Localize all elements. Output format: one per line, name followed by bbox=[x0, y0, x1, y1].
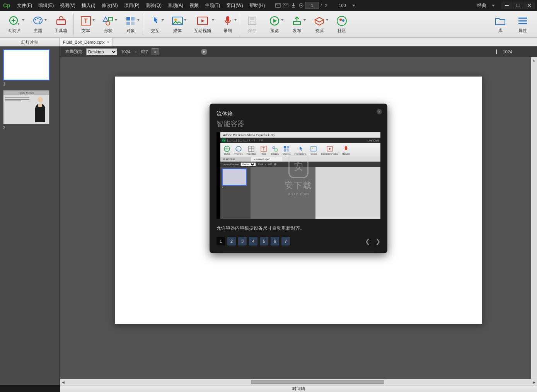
download-icon[interactable] bbox=[290, 2, 297, 9]
interaction-button[interactable]: 交互 bbox=[144, 12, 166, 37]
svg-point-13 bbox=[39, 19, 41, 20]
slide-thumb-1[interactable] bbox=[3, 49, 49, 80]
person-icon bbox=[34, 96, 47, 122]
svg-point-57 bbox=[273, 147, 275, 149]
menu-file[interactable]: 文件(F) bbox=[14, 0, 35, 11]
layout-height[interactable]: 627 bbox=[141, 49, 148, 54]
window-min-button[interactable] bbox=[501, 2, 512, 9]
close-tab-icon[interactable]: × bbox=[107, 40, 109, 44]
slide-thumb-2-header: FLUID BOXES bbox=[3, 90, 49, 95]
media-button[interactable]: 媒体 bbox=[166, 12, 189, 37]
zoom-dropdown-icon[interactable] bbox=[352, 5, 355, 7]
h-scrollbar[interactable]: ◀ ▶ bbox=[60, 379, 537, 385]
document-tab[interactable]: Fluid_Box_Demo.cptx × bbox=[60, 38, 113, 46]
record-button[interactable]: 录制 bbox=[217, 12, 239, 37]
v-scrollbar[interactable]: ▲ bbox=[531, 57, 537, 379]
preview-button[interactable]: 预览 bbox=[263, 12, 286, 37]
properties-button[interactable]: 属性 bbox=[511, 12, 534, 37]
assets-button[interactable]: 资源 bbox=[308, 12, 331, 37]
pager-6[interactable]: 6 bbox=[271, 237, 279, 245]
layout-preview-bar: 布局预览 Desktop 1024 × 627 + 1024 bbox=[60, 46, 537, 57]
svg-line-28 bbox=[155, 17, 156, 18]
svg-point-30 bbox=[174, 19, 177, 21]
tooltip-preview: Adobe Presenter Video Express Help Cp 1 … bbox=[217, 132, 380, 219]
pager-7[interactable]: 7 bbox=[281, 237, 290, 245]
device-select[interactable]: Desktop bbox=[86, 48, 117, 55]
menu-audio[interactable]: 音频(A) bbox=[165, 0, 186, 11]
watermark: 安 安下载 anxz.com bbox=[285, 155, 312, 196]
fluidbox-tooltip: ✕ 流体箱 智能容器 Adobe Presenter Video Express… bbox=[210, 104, 387, 253]
pv-app-title: Adobe Presenter Video Express bbox=[223, 133, 267, 137]
svg-rect-20 bbox=[109, 17, 113, 21]
ribbon-toolbar: 幻灯片 主题 工具箱 T文本 形状 对象 交互 媒体 互动视频 录制 保存 预览… bbox=[0, 11, 537, 38]
svg-point-5 bbox=[301, 5, 302, 6]
svg-rect-61 bbox=[284, 149, 286, 152]
slide-thumb-2-number: 2 bbox=[3, 126, 56, 130]
pager-1[interactable]: 1 bbox=[217, 237, 225, 245]
canvas-area: 布局预览 Desktop 1024 × 627 + 1024 ✕ 流体箱 智能容… bbox=[60, 46, 537, 385]
menu-project[interactable]: 项目(P) bbox=[121, 0, 143, 11]
svg-marker-66 bbox=[329, 148, 331, 150]
menu-window[interactable]: 窗口(W) bbox=[223, 0, 246, 11]
svg-rect-36 bbox=[250, 17, 254, 20]
svg-rect-59 bbox=[284, 146, 286, 148]
objects-button[interactable]: 对象 bbox=[119, 12, 142, 37]
workspace-dropdown-icon[interactable] bbox=[492, 5, 495, 7]
layout-x: × bbox=[134, 49, 136, 54]
hscroll-right-icon[interactable]: ▶ bbox=[531, 379, 537, 385]
pager-3[interactable]: 3 bbox=[238, 237, 247, 245]
menu-modify[interactable]: 修改(M) bbox=[99, 0, 121, 11]
sync-icon[interactable] bbox=[297, 2, 305, 9]
svg-rect-62 bbox=[287, 149, 289, 152]
mail-icon[interactable] bbox=[282, 2, 290, 9]
tooltip-close-icon[interactable]: ✕ bbox=[377, 109, 382, 114]
pager-prev-icon[interactable]: ❮ bbox=[365, 238, 370, 245]
menu-quiz[interactable]: 测验(Q) bbox=[143, 0, 165, 11]
library-button[interactable]: 库 bbox=[489, 12, 511, 37]
menu-help[interactable]: 帮助(H) bbox=[246, 0, 268, 11]
layout-play-button[interactable] bbox=[201, 49, 207, 55]
slide-canvas[interactable]: ✕ 流体箱 智能容器 Adobe Presenter Video Express… bbox=[115, 77, 482, 324]
menu-themes[interactable]: 主题(T) bbox=[202, 0, 223, 11]
window-close-button[interactable] bbox=[524, 2, 535, 9]
page-current-input[interactable] bbox=[305, 2, 319, 9]
layout-width[interactable]: 1024 bbox=[121, 49, 130, 54]
menu-video[interactable]: 视频 bbox=[186, 0, 202, 11]
slide-thumb-2[interactable]: FLUID BOXES bbox=[3, 90, 49, 124]
text-button[interactable]: T文本 bbox=[75, 12, 97, 37]
themes-button[interactable]: 主题 bbox=[27, 12, 49, 37]
svg-line-27 bbox=[152, 17, 153, 18]
pager-4[interactable]: 4 bbox=[249, 237, 257, 245]
pager-next-icon[interactable]: ❯ bbox=[375, 238, 380, 245]
community-button[interactable]: 社区 bbox=[331, 12, 353, 37]
menu-bar: Cp 文件(F) 编辑(E) 视图(V) 插入(I) 修改(M) 项目(P) 测… bbox=[0, 0, 537, 11]
svg-point-42 bbox=[339, 19, 342, 21]
hscroll-left-icon[interactable]: ◀ bbox=[60, 379, 66, 385]
shapes-button[interactable]: 形状 bbox=[97, 12, 119, 37]
window-max-button[interactable] bbox=[513, 2, 523, 9]
timeline-panel-title[interactable]: 时间轴 bbox=[60, 385, 537, 392]
menu-edit[interactable]: 编辑(E) bbox=[35, 0, 57, 11]
workspace-label[interactable]: 经典 bbox=[476, 2, 488, 9]
toolbox-button[interactable]: 工具箱 bbox=[49, 12, 73, 37]
pager-5[interactable]: 5 bbox=[260, 237, 268, 245]
app-logo-icon: Cp bbox=[2, 2, 11, 9]
pager-2[interactable]: 2 bbox=[227, 237, 236, 245]
ivideo-button[interactable]: 互动视频 bbox=[189, 12, 217, 37]
menu-view[interactable]: 视图(V) bbox=[57, 0, 78, 11]
menu-insert[interactable]: 插入(I) bbox=[78, 0, 98, 11]
svg-point-64 bbox=[312, 147, 313, 148]
stage[interactable]: ✕ 流体箱 智能容器 Adobe Presenter Video Express… bbox=[60, 57, 537, 379]
svg-rect-16 bbox=[57, 20, 65, 21]
svg-rect-37 bbox=[250, 21, 254, 24]
add-breakpoint-button[interactable]: + bbox=[152, 48, 159, 55]
svg-point-21 bbox=[106, 21, 110, 25]
save-button: 保存 bbox=[241, 12, 263, 37]
notification-icon[interactable] bbox=[274, 2, 282, 9]
zoom-input[interactable] bbox=[334, 3, 351, 8]
publish-button[interactable]: 发布 bbox=[286, 12, 308, 37]
hscroll-thumb[interactable] bbox=[251, 380, 385, 384]
slides-button[interactable]: 幻灯片 bbox=[3, 12, 27, 37]
main-area: 1 FLUID BOXES 2 布局预览 Desktop 1024 × 627 … bbox=[0, 46, 537, 385]
vscroll-up-icon[interactable]: ▲ bbox=[531, 57, 537, 63]
